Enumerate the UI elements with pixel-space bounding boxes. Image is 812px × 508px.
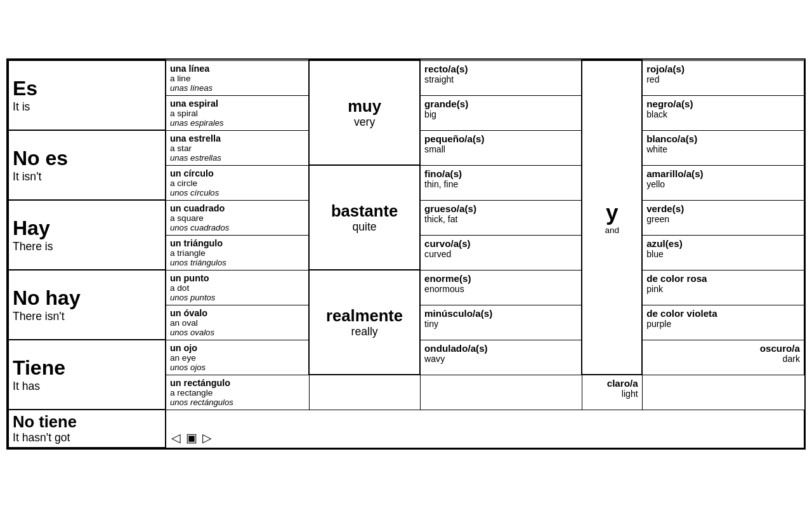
- shape-circulo-trans: a circle: [170, 178, 304, 188]
- back-icon[interactable]: ◁: [171, 431, 181, 445]
- verb-tiene-english: It has: [13, 380, 161, 393]
- verb-noes-spanish: No es: [13, 147, 161, 170]
- adj-minusculo-trans: tiny: [424, 319, 577, 329]
- adj-empty: [420, 375, 582, 410]
- shape-triangulo-trans: a triangle: [170, 248, 304, 258]
- verb-hay: Hay There is: [8, 200, 166, 270]
- shape-espiral-primary: una espiral: [170, 98, 304, 109]
- color-rojo-primary: rojo/a(s): [646, 64, 800, 74]
- connector-y: y and: [582, 60, 642, 375]
- shape-circulo-primary: un círculo: [170, 168, 304, 178]
- shape-rectangulo-trans: a rectangle: [170, 388, 305, 398]
- adj-curvo-primary: curvo/a(s): [424, 238, 577, 249]
- page-icon[interactable]: ▣: [186, 431, 197, 445]
- verb-notiene: No tiene It hasn't got: [8, 410, 166, 448]
- color-claro-trans: light: [586, 389, 638, 399]
- verb-hay-english: There is: [13, 240, 161, 253]
- verb-hay-spanish: Hay: [13, 217, 161, 240]
- shape-espiral-plural: unas espirales: [170, 118, 304, 128]
- verb-notiene-english: It hasn't got: [13, 431, 161, 444]
- shape-espiral: una espiral a spiral unas espirales: [166, 95, 309, 130]
- color-azul-trans: blue: [646, 249, 800, 259]
- shape-linea: una línea a line unas líneas: [166, 60, 309, 95]
- verb-es: Es It is: [8, 60, 166, 130]
- shape-cuadrado-plural: unos cuadrados: [170, 223, 304, 232]
- color-rosa-trans: pink: [646, 284, 800, 294]
- adj-curvo-trans: curved: [424, 249, 577, 259]
- adj-grueso-trans: thick, fat: [424, 214, 577, 224]
- adverb-bastante: bastante quite: [309, 165, 420, 270]
- color-negro: negro/a(s) black: [642, 95, 804, 130]
- shape-triangulo-plural: unos triángulos: [170, 258, 304, 267]
- adj-grueso-primary: grueso/a(s): [424, 203, 577, 214]
- shape-rectangulo-primary: un rectángulo: [170, 378, 305, 388]
- adj-recto-trans: straight: [424, 74, 577, 84]
- shape-punto: un punto a dot unos puntos: [166, 270, 309, 305]
- adverb-muy: muy very: [309, 60, 420, 165]
- adverb-realmente: realmente really: [309, 270, 420, 375]
- color-violeta: de color violeta purple: [642, 305, 804, 340]
- adverb-bastante-spanish: bastante: [313, 202, 416, 220]
- adverb-realmente-spanish: realmente: [313, 307, 416, 325]
- adj-grande-trans: big: [424, 109, 577, 119]
- forward-icon[interactable]: ▷: [202, 431, 212, 445]
- color-verde-trans: green: [646, 214, 800, 224]
- table-row: Es It is una línea a line unas líneas mu…: [8, 60, 804, 95]
- main-container: Es It is una línea a line unas líneas mu…: [6, 58, 806, 450]
- color-blanco-primary: blanco/a(s): [646, 133, 800, 144]
- color-oscuro-trans: dark: [646, 354, 800, 364]
- table-row: No hay There isn't un punto a dot unos p…: [8, 270, 804, 305]
- shape-triangulo: un triángulo a triangle unos triángulos: [166, 235, 309, 270]
- adj-recto-primary: recto/a(s): [424, 64, 577, 74]
- verb-es-spanish: Es: [13, 77, 161, 100]
- adj-grande-primary: grande(s): [424, 98, 577, 109]
- shape-espiral-trans: a spiral: [170, 109, 304, 118]
- shape-ojo-primary: un ojo: [170, 343, 304, 353]
- shape-ojo-plural: unos ojos: [170, 363, 304, 372]
- color-azul: azul(es) blue: [642, 235, 804, 270]
- color-violeta-primary: de color violeta: [646, 308, 800, 319]
- verb-tiene: Tiene It has: [8, 340, 166, 410]
- adj-fino: fino/a(s) thin, fine: [420, 165, 582, 200]
- shape-ovalo-trans: an oval: [170, 318, 304, 328]
- adj-fino-trans: thin, fine: [424, 179, 577, 189]
- shape-estrella-plural: unas estrellas: [170, 153, 304, 163]
- verb-nohay-spanish: No hay: [13, 286, 161, 310]
- verb-nohay: No hay There isn't: [8, 270, 166, 340]
- color-amarillo-trans: yello: [646, 179, 800, 189]
- adj-curvo: curvo/a(s) curved: [420, 235, 582, 270]
- shape-punto-plural: unos puntos: [170, 293, 304, 302]
- color-violeta-trans: purple: [646, 319, 800, 329]
- adj-grueso: grueso/a(s) thick, fat: [420, 200, 582, 235]
- shape-ojo: un ojo an eye unos ojos: [166, 340, 309, 375]
- adj-enorme-primary: enorme(s): [424, 273, 577, 284]
- shape-ovalo-primary: un óvalo: [170, 308, 304, 318]
- connector-y-english: and: [586, 225, 638, 235]
- color-rojo-trans: red: [646, 74, 800, 84]
- shape-punto-primary: un punto: [170, 273, 304, 283]
- shape-cuadrado-primary: un cuadrado: [170, 203, 304, 213]
- adj-ondulado-primary: ondulado/a(s): [424, 343, 577, 354]
- verb-tiene-spanish: Tiene: [13, 356, 161, 380]
- adj-recto: recto/a(s) straight: [420, 60, 582, 95]
- bottom-nav: ◁ ▣ ▷: [166, 428, 804, 448]
- shape-circulo: un círculo a circle unos círculos: [166, 165, 309, 200]
- color-rosa: de color rosa pink: [642, 270, 804, 305]
- color-blanco-trans: white: [646, 144, 800, 154]
- adj-minusculo-primary: minúsculo/a(s): [424, 308, 577, 319]
- shape-rectangulo: un rectángulo a rectangle unos rectángul…: [166, 375, 309, 410]
- adverb-muy-english: very: [313, 116, 416, 129]
- color-claro: claro/a light: [582, 375, 642, 410]
- adverb-realmente-english: really: [313, 325, 416, 338]
- adj-ondulado: ondulado/a(s) wavy: [420, 340, 582, 375]
- verb-noes-english: It isn't: [13, 170, 161, 184]
- color-negro-primary: negro/a(s): [646, 98, 800, 109]
- color-claro-primary: claro/a: [586, 378, 638, 389]
- color-rosa-primary: de color rosa: [646, 273, 800, 284]
- adj-enorme-trans: enormous: [424, 284, 577, 294]
- color-oscuro-primary: oscuro/a: [646, 343, 800, 354]
- adj-ondulado-trans: wavy: [424, 354, 577, 364]
- adj-enorme: enorme(s) enormous: [420, 270, 582, 305]
- connector-y-spanish: y: [586, 200, 638, 225]
- adj-fino-primary: fino/a(s): [424, 168, 577, 179]
